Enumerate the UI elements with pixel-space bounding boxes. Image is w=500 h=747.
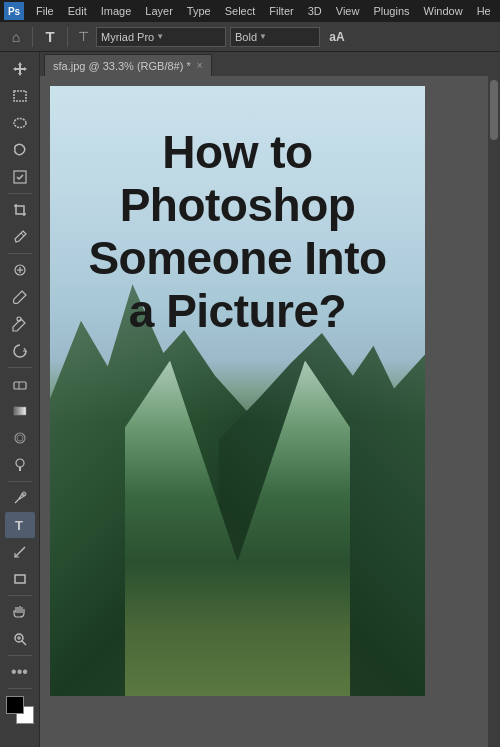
menu-edit[interactable]: Edit (62, 3, 93, 19)
menu-bar: Ps File Edit Image Layer Type Select Fil… (0, 0, 500, 22)
tab-bar: sfa.jpg @ 33.3% (RGB/8#) * × (40, 52, 500, 76)
pen-tool[interactable] (5, 485, 35, 511)
font-family-dropdown[interactable]: Myriad Pro ▼ (96, 27, 226, 47)
font-style-label: Bold (235, 31, 257, 43)
tool-separator-7 (8, 688, 32, 689)
menu-help[interactable]: He (471, 3, 497, 19)
eyedropper-tool[interactable] (5, 224, 35, 250)
menu-type[interactable]: Type (181, 3, 217, 19)
shape-tool[interactable] (5, 566, 35, 592)
clone-stamp-tool[interactable] (5, 311, 35, 337)
brush-tool[interactable] (5, 284, 35, 310)
path-selection-tool[interactable] (5, 539, 35, 565)
text-orientation-icon[interactable]: ⊤ (74, 28, 92, 46)
swatch-pair (6, 696, 34, 724)
scroll-thumb[interactable] (490, 80, 498, 140)
font-style-arrow: ▼ (259, 32, 267, 41)
text-tool-indicator: T (39, 26, 61, 48)
svg-rect-0 (14, 91, 26, 101)
more-tools-button[interactable]: ••• (5, 659, 35, 685)
menu-image[interactable]: Image (95, 3, 138, 19)
font-family-label: Myriad Pro (101, 31, 154, 43)
options-bar: ⌂ T ⊤ Myriad Pro ▼ Bold ▼ aA (0, 22, 500, 52)
svg-point-11 (17, 435, 23, 441)
tool-separator-3 (8, 367, 32, 368)
elliptical-marquee-tool[interactable] (5, 110, 35, 136)
svg-rect-9 (14, 407, 26, 415)
svg-line-3 (21, 233, 24, 236)
menu-plugins[interactable]: Plugins (367, 3, 415, 19)
tool-separator-6 (8, 655, 32, 656)
canvas[interactable]: How to Photoshop Someone Into a Picture? (50, 86, 425, 696)
font-style-dropdown[interactable]: Bold ▼ (230, 27, 320, 47)
home-icon[interactable]: ⌂ (6, 27, 26, 47)
document-tab[interactable]: sfa.jpg @ 33.3% (RGB/8#) * × (44, 54, 212, 76)
menu-select[interactable]: Select (219, 3, 262, 19)
svg-text:T: T (15, 518, 23, 533)
main-area: T ••• (0, 52, 500, 747)
canvas-area: How to Photoshop Someone Into a Picture? (40, 76, 500, 747)
gradient-tool[interactable] (5, 398, 35, 424)
canvas-heading: How to Photoshop Someone Into a Picture? (70, 126, 405, 338)
svg-point-12 (16, 459, 24, 467)
menu-layer[interactable]: Layer (139, 3, 179, 19)
tab-close-button[interactable]: × (197, 60, 203, 71)
vertical-scrollbar[interactable] (488, 76, 500, 747)
menu-window[interactable]: Window (418, 3, 469, 19)
history-brush-tool[interactable] (5, 338, 35, 364)
lasso-tool[interactable] (5, 137, 35, 163)
svg-rect-16 (15, 575, 25, 583)
menu-filter[interactable]: Filter (263, 3, 299, 19)
options-separator-2 (67, 27, 68, 47)
svg-line-18 (22, 641, 26, 645)
tool-separator-2 (8, 253, 32, 254)
blur-tool[interactable] (5, 425, 35, 451)
color-swatches (6, 696, 34, 724)
menu-file[interactable]: File (30, 3, 60, 19)
eraser-tool[interactable] (5, 371, 35, 397)
photoshop-logo: Ps (4, 2, 24, 20)
font-family-arrow: ▼ (156, 32, 164, 41)
menu-view[interactable]: View (330, 3, 366, 19)
right-panel: sfa.jpg @ 33.3% (RGB/8#) * × How to Phot… (40, 52, 500, 747)
options-separator-1 (32, 27, 33, 47)
object-select-tool[interactable] (5, 164, 35, 190)
crop-tool[interactable] (5, 197, 35, 223)
menu-3d[interactable]: 3D (302, 3, 328, 19)
type-tool[interactable]: T (5, 512, 35, 538)
svg-point-1 (14, 119, 26, 128)
dodge-tool[interactable] (5, 452, 35, 478)
rectangular-marquee-tool[interactable] (5, 83, 35, 109)
healing-brush-tool[interactable] (5, 257, 35, 283)
tab-label: sfa.jpg @ 33.3% (RGB/8#) * (53, 60, 191, 72)
canvas-text-area: How to Photoshop Someone Into a Picture? (50, 116, 425, 348)
zoom-tool[interactable] (5, 626, 35, 652)
foreground-color-swatch[interactable] (6, 696, 24, 714)
tool-separator-4 (8, 481, 32, 482)
font-size-icon: aA (328, 28, 346, 46)
toolbar: T ••• (0, 52, 40, 747)
svg-rect-7 (14, 382, 26, 389)
hand-tool[interactable] (5, 599, 35, 625)
tool-separator-1 (8, 193, 32, 194)
move-tool[interactable] (5, 56, 35, 82)
tool-separator-5 (8, 595, 32, 596)
